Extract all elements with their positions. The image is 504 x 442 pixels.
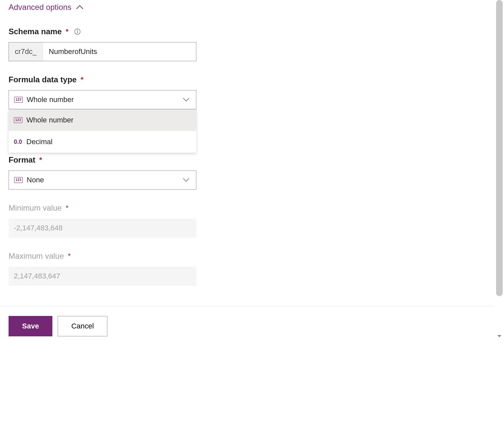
- required-asterisk: *: [39, 156, 42, 164]
- format-select[interactable]: 123 None: [9, 170, 196, 190]
- minimum-value-field: Minimum value * -2,147,483,648: [9, 203, 494, 238]
- chevron-up-icon: [76, 5, 83, 10]
- format-label-text: Format: [9, 155, 35, 165]
- minimum-value-label-text: Minimum value: [9, 203, 62, 213]
- schema-name-label: Schema name *: [9, 27, 494, 36]
- schema-name-input-group: cr7dc_: [9, 42, 196, 61]
- formula-data-type-label-text: Formula data type: [9, 75, 77, 84]
- minimum-value-value: -2,147,483,648: [14, 224, 63, 232]
- svg-rect-2: [77, 31, 78, 33]
- number-icon: 123: [14, 97, 24, 103]
- decimal-icon: 0.0: [14, 139, 24, 145]
- chevron-down-icon: [182, 178, 191, 182]
- schema-name-input[interactable]: [43, 42, 196, 61]
- schema-prefix: cr7dc_: [9, 42, 43, 61]
- number-icon: 123: [14, 177, 24, 183]
- cancel-button[interactable]: Cancel: [58, 316, 107, 336]
- required-asterisk: *: [66, 204, 69, 212]
- info-icon[interactable]: [74, 28, 81, 35]
- scrollbar-thumb[interactable]: [496, 0, 503, 296]
- footer-divider: [0, 306, 494, 306]
- save-button[interactable]: Save: [9, 316, 52, 336]
- number-icon: 123: [14, 117, 24, 123]
- schema-name-field: Schema name * cr7dc_: [9, 27, 494, 61]
- option-decimal[interactable]: 0.0 Decimal: [9, 131, 196, 153]
- chevron-down-icon: [182, 98, 191, 102]
- advanced-options-label: Advanced options: [9, 3, 71, 12]
- panel-viewport: Advanced options Schema name * cr7dc_: [0, 0, 504, 442]
- option-label: Whole number: [26, 116, 73, 124]
- minimum-value-input: -2,147,483,648: [9, 219, 196, 238]
- maximum-value-field: Maximum value * 2,147,483,647: [9, 251, 494, 286]
- scrollbar-down-arrow-icon[interactable]: [496, 334, 503, 339]
- svg-point-1: [77, 30, 78, 31]
- formula-data-type-label: Formula data type *: [9, 75, 494, 84]
- format-label: Format *: [9, 155, 494, 165]
- required-asterisk: *: [81, 75, 84, 84]
- maximum-value-label: Maximum value *: [9, 251, 494, 261]
- formula-data-type-field: Formula data type * 123 Whole number 123…: [9, 75, 494, 109]
- maximum-value-input: 2,147,483,647: [9, 267, 196, 286]
- scrollbar-track[interactable]: [495, 0, 504, 339]
- format-selected: None: [27, 176, 182, 184]
- formula-data-type-dropdown: 123 Whole number 0.0 Decimal: [9, 109, 196, 153]
- footer-actions: Save Cancel: [9, 316, 107, 336]
- schema-name-label-text: Schema name: [9, 27, 62, 36]
- advanced-options-toggle[interactable]: Advanced options: [9, 3, 494, 12]
- required-asterisk: *: [66, 27, 69, 36]
- minimum-value-label: Minimum value *: [9, 203, 494, 213]
- formula-data-type-selected: Whole number: [27, 95, 182, 104]
- required-asterisk: *: [68, 252, 71, 260]
- form-scroll-area: Advanced options Schema name * cr7dc_: [0, 0, 494, 306]
- format-field: Format * 123 None: [9, 155, 494, 190]
- maximum-value-label-text: Maximum value: [9, 251, 64, 261]
- maximum-value-value: 2,147,483,647: [14, 272, 60, 280]
- option-label: Decimal: [26, 138, 52, 146]
- option-whole-number[interactable]: 123 Whole number: [9, 109, 196, 131]
- formula-data-type-select[interactable]: 123 Whole number: [9, 90, 196, 109]
